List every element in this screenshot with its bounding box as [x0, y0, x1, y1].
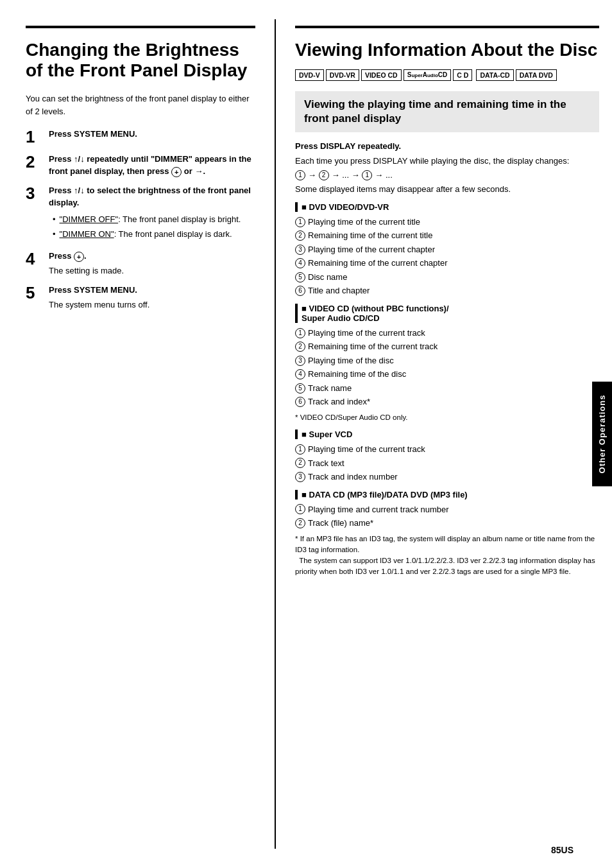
vcd-item-6: 6Track and index* [295, 395, 599, 408]
bullet-dimmer-on: • "DIMMER ON": The front panel display i… [53, 228, 255, 241]
badge-dvd-v: DVD-V [295, 69, 324, 81]
bullet-dot-1: • [53, 213, 56, 226]
step-3-bullets: • "DIMMER OFF": The front panel display … [53, 213, 255, 241]
step-1-number: 1 [26, 128, 49, 146]
step-2-number: 2 [26, 153, 49, 171]
step-3-number: 3 [26, 184, 49, 203]
bullet-dot-2: • [53, 228, 56, 241]
step-5-note: The system menu turns off. [49, 299, 255, 311]
bullet-dimmer-off: • "DIMMER OFF": The front panel display … [53, 213, 255, 226]
datacd-footnote: * If an MP3 file has an ID3 tag, the sys… [295, 534, 599, 578]
dvd-item-6: 6Title and chapter [295, 284, 599, 297]
badge-dvd-vr: DVD-VR [326, 69, 359, 81]
enter-button-icon: + [171, 167, 182, 177]
right-title: Viewing Information About the Disc [295, 40, 599, 60]
dimmer-off-text: "DIMMER OFF": The front panel display is… [60, 213, 241, 226]
seq-2: 2 [319, 170, 329, 180]
disc-badges: DVD-V DVD-VR VIDEO CD SuperAudioCD C D D… [295, 69, 599, 81]
subsection-box: Viewing the playing time and remaining t… [295, 91, 599, 132]
step-4-number: 4 [26, 250, 49, 268]
left-title: Changing the Brightness of the Front Pan… [26, 40, 255, 81]
dvd-item-2: 2Remaining time of the current title [295, 229, 599, 242]
badge-data-dvd: DATA DVD [516, 69, 557, 81]
dvd-item-1: 1Playing time of the current title [295, 216, 599, 229]
step-2-content: Press ↑/↓ repeatedly until "DIMMER" appe… [49, 153, 255, 178]
step-2: 2 Press ↑/↓ repeatedly until "DIMMER" ap… [26, 153, 255, 178]
step-4-note: The setting is made. [49, 265, 255, 277]
desc2: Some displayed items may disappear after… [295, 183, 599, 196]
badge-video-cd: VIDEO CD [361, 69, 402, 81]
dvd-item-5: 5Disc name [295, 271, 599, 284]
step-1: 1 Press SYSTEM MENU. [26, 128, 255, 146]
section-supervcd-header: ■ Super VCD [295, 430, 599, 439]
step-4: 4 Press +. The setting is made. [26, 250, 255, 277]
section-datacd-header: ■ DATA CD (MP3 file)/DATA DVD (MP3 file) [295, 490, 599, 499]
step-5-content: Press SYSTEM MENU. The system menu turns… [49, 284, 255, 311]
page-number: 85US [551, 845, 574, 855]
enter-button-icon-2: + [74, 252, 84, 262]
side-tab: Other Operations [592, 382, 612, 487]
step-1-content: Press SYSTEM MENU. [49, 128, 255, 141]
step-3: 3 Press ↑/↓ to select the brightness of … [26, 184, 255, 243]
vcd-item-4: 4Remaining time of the disc [295, 368, 599, 381]
svcd-item-1: 1Playing time of the current track [295, 443, 599, 456]
dimmer-on-text: "DIMMER ON": The front panel display is … [60, 228, 232, 241]
vcd-item-1: 1Playing time of the current track [295, 327, 599, 340]
step-3-content: Press ↑/↓ to select the brightness of th… [49, 184, 255, 243]
badge-data-cd: DATA-CD [476, 69, 513, 81]
section-videocd-header: ■ VIDEO CD (without PBC functions)/Super… [295, 304, 599, 323]
badge-cd: C D [453, 69, 472, 81]
step-5-number: 5 [26, 284, 49, 302]
desc1: Each time you press DISPLAY while playin… [295, 155, 599, 168]
step-1-text: Press SYSTEM MENU. [49, 129, 137, 139]
sequence: 1→ 2→ ... → 1→ ... [295, 170, 599, 181]
supervcd-list: 1Playing time of the current track 2Trac… [295, 443, 599, 483]
press-display-label: Press DISPLAY repeatedly. [295, 141, 599, 151]
step-5-text: Press SYSTEM MENU. [49, 285, 137, 295]
badge-superaudio-cd: SuperAudioCD [404, 69, 452, 81]
svcd-item-3: 3Track and index number [295, 471, 599, 483]
videocd-list: 1Playing time of the current track 2Rema… [295, 327, 599, 408]
step-4-text: Press +. [49, 251, 87, 261]
subsection-title: Viewing the playing time and remaining t… [304, 98, 590, 126]
seq-1b: 1 [362, 170, 372, 180]
intro-text: You can set the brightness of the front … [26, 92, 255, 117]
step-2-text: Press ↑/↓ repeatedly until "DIMMER" appe… [49, 154, 251, 177]
step-5: 5 Press SYSTEM MENU. The system menu tur… [26, 284, 255, 311]
dvd-item-4: 4Remaining time of the current chapter [295, 257, 599, 270]
left-column: Changing the Brightness of the Front Pan… [0, 19, 276, 849]
section-dvd-header: ■ DVD VIDEO/DVD-VR [295, 202, 599, 212]
right-column: Viewing Information About the Disc DVD-V… [276, 19, 612, 849]
seq-1: 1 [295, 170, 305, 180]
step-3-text: Press ↑/↓ to select the brightness of th… [49, 186, 251, 208]
datacd-item-2: 2Track (file) name* [295, 517, 599, 530]
vcd-item-5: 5Track name [295, 382, 599, 395]
dvd-item-3: 3Playing time of the current chapter [295, 243, 599, 256]
vcd-footnote: * VIDEO CD/Super Audio CD only. [295, 412, 599, 423]
step-4-content: Press +. The setting is made. [49, 250, 255, 277]
vcd-item-3: 3Playing time of the disc [295, 354, 599, 367]
datacd-list: 1Playing time and current track number 2… [295, 503, 599, 530]
vcd-item-2: 2Remaining time of the current track [295, 340, 599, 353]
dvd-list: 1Playing time of the current title 2Rema… [295, 216, 599, 297]
datacd-item-1: 1Playing time and current track number [295, 503, 599, 516]
svcd-item-2: 2Track text [295, 457, 599, 470]
